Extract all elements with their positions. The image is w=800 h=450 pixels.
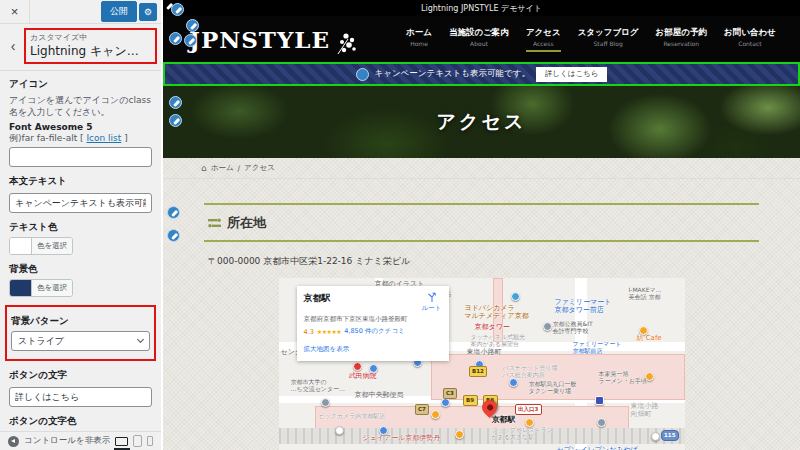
nav-reservation-jp: お部屋の予約 — [656, 27, 707, 39]
nav-contact-jp: お問い合わせ — [724, 27, 776, 39]
campaign-text: キャンペーンテキストも表示可能です。 — [375, 68, 530, 80]
directions-button[interactable]: ルート — [422, 292, 442, 313]
edit-pencil-icon[interactable] — [167, 206, 180, 219]
main-nav: ホームHome 当施設のご案内About アクセスAccess スタッフブログS… — [406, 27, 776, 52]
button-text-color-label: ボタンの文字色 — [9, 415, 152, 428]
panel-title-annotation-box: カスタマイズ中 Lightning キャンペーン… — [24, 28, 157, 64]
edit-pencil-icon[interactable] — [169, 114, 182, 127]
map-label: バスチケット売り場 バス総合案内所 — [503, 364, 558, 378]
campaign-bar-annotation-box: キャンペーンテキストも表示可能です。 詳しくはこちら — [163, 62, 800, 86]
edit-pencil-icon[interactable] — [186, 19, 199, 32]
edit-pencil-icon[interactable] — [169, 32, 182, 45]
edit-pencil-icon[interactable] — [184, 34, 197, 47]
device-desktop-button[interactable] — [115, 437, 128, 446]
campaign-detail-button[interactable]: 詳しくはこちら — [536, 67, 608, 82]
map-stop-badge: B9 — [463, 395, 478, 406]
map-school-marker[interactable] — [543, 322, 552, 331]
map-lodging-marker[interactable] — [511, 292, 520, 301]
rating-stars-icon: ★★★★★ — [317, 328, 341, 335]
breadcrumb-separator: / — [238, 164, 241, 173]
section-heading-block: 所在地 — [204, 203, 759, 242]
map-info-card: 京都駅 ルート 京都府京都市下京区東塩小路釜殿町 4.3 ★★★★★ 4,850… — [297, 286, 449, 361]
device-tablet-button[interactable] — [133, 435, 142, 447]
nav-about[interactable]: 当施設のご案内About — [449, 27, 509, 52]
map-label: 京都中央郵便局 — [355, 391, 404, 399]
hide-controls-label[interactable]: コントロールを非表示 — [24, 435, 110, 447]
bg-color-control: 色を選択 — [9, 279, 73, 297]
collapse-arrow-icon[interactable] — [8, 436, 19, 447]
map-label: 京都駅 — [492, 415, 516, 425]
customizer-controls: アイコン アイコンを選んでアイコンのclass名を入力してください。 Font … — [0, 71, 161, 431]
publish-settings-gear-icon[interactable]: ⚙ — [139, 3, 157, 21]
nav-access-jp: アクセス — [526, 27, 561, 39]
map-label: ジェイアール京都伊勢丹 — [363, 434, 441, 442]
edit-pencil-icon[interactable] — [356, 68, 369, 81]
map-label: ビックカメラJR京都駅店 — [319, 412, 386, 419]
bg-pattern-value: ストライプ — [18, 335, 138, 348]
screen: × 公開 ⚙ ‹ カスタマイズ中 Lightning キャンペーン… アイコン … — [0, 0, 800, 450]
site-preview: Lightning JPNSTYLE デモサイト JPNSTYLE ホームHom… — [163, 0, 800, 450]
map-hospital-marker[interactable] — [353, 362, 362, 371]
logo-flower-ornament-icon — [332, 31, 358, 57]
reviews-link[interactable]: 4,850 件のクチコミ — [344, 327, 404, 336]
view-larger-map-link[interactable]: 拡大地図を表示 — [304, 345, 350, 354]
phone-icon — [147, 436, 153, 446]
map-dot-marker[interactable] — [651, 432, 660, 441]
google-map[interactable]: 京都駅 ルート 京都府京都市下京区東塩小路釜殿町 4.3 ★★★★★ 4,850… — [279, 278, 685, 450]
edit-pencil-icon[interactable] — [171, 3, 184, 16]
button-text-input[interactable] — [9, 387, 152, 407]
map-food-marker[interactable] — [455, 430, 464, 439]
nav-reservation[interactable]: お部屋の予約Reservation — [656, 27, 707, 52]
customizing-status: カスタマイズ中 — [30, 32, 151, 43]
directions-label: ルート — [422, 304, 442, 313]
nav-home[interactable]: ホームHome — [406, 27, 432, 52]
nav-access[interactable]: アクセスAccess — [526, 27, 561, 52]
section-title: 所在地 — [227, 214, 266, 232]
body-text-label: 本文テキスト — [9, 175, 152, 188]
page-title: アクセス — [437, 109, 527, 135]
map-school-marker[interactable] — [597, 418, 606, 427]
bg-pattern-label: 背景パターン — [11, 315, 150, 328]
map-stop-badge: C7 — [415, 404, 430, 415]
back-chevron-icon[interactable]: ‹ — [2, 38, 24, 54]
body-text-input[interactable] — [9, 193, 152, 213]
breadcrumb-home[interactable]: ホーム — [211, 163, 234, 173]
text-color-pick-button[interactable]: 色を選択 — [32, 238, 72, 254]
map-bus-marker[interactable] — [509, 378, 518, 387]
site-logo[interactable]: JPNSTYLE — [189, 21, 358, 57]
logo-text: JPNSTYLE — [189, 26, 330, 53]
map-food-marker[interactable] — [431, 410, 440, 419]
icon-class-input[interactable] — [9, 147, 152, 167]
map-metro-marker[interactable] — [595, 396, 604, 405]
bg-pattern-annotation-box: 背景パターン ストライプ — [5, 305, 156, 361]
text-color-label: テキスト色 — [9, 221, 152, 234]
map-label: ファミリーマート 京都タワー前店 — [555, 298, 612, 315]
bg-color-swatch[interactable] — [10, 280, 32, 296]
map-label: セブン-イレブンおみやげ… — [557, 446, 645, 450]
map-stop-badge: B12 — [469, 366, 488, 377]
icon-list-link[interactable]: Icon list — [86, 133, 121, 143]
breadcrumb-current: アクセス — [244, 163, 275, 173]
device-phone-button[interactable] — [147, 436, 153, 446]
map-bus-marker[interactable] — [441, 398, 450, 407]
rating-score: 4.3 — [304, 328, 314, 336]
edit-pencil-icon[interactable] — [167, 229, 180, 242]
bg-color-pick-button[interactable]: 色を選択 — [32, 280, 72, 296]
nav-home-en: Home — [406, 40, 432, 47]
map-school-marker[interactable] — [321, 398, 330, 407]
map-label: 本家第一旭 ラーメン・お手頃 — [599, 370, 648, 384]
customizer-footer: コントロールを非表示 — [0, 431, 161, 450]
bg-pattern-select[interactable]: ストライプ — [11, 331, 150, 351]
publish-button[interactable]: 公開 — [101, 1, 137, 22]
nav-blog[interactable]: スタッフブログStaff Blog — [578, 27, 639, 52]
map-label: ファミリーマート 京都駅前店 — [573, 340, 622, 354]
admin-bar-site-title[interactable]: Lightning JPNSTYLE デモサイト — [421, 3, 542, 14]
text-color-swatch[interactable] — [10, 238, 32, 254]
map-dot-marker[interactable] — [335, 426, 344, 435]
nav-contact[interactable]: お問い合わせContact — [724, 27, 776, 52]
edit-pencil-icon[interactable] — [169, 96, 182, 109]
close-customizer-button[interactable]: × — [0, 0, 30, 24]
nav-contact-en: Contact — [724, 40, 776, 47]
icon-section-label: アイコン — [9, 78, 152, 91]
customizer-sidebar: × 公開 ⚙ ‹ カスタマイズ中 Lightning キャンペーン… アイコン … — [0, 0, 163, 450]
